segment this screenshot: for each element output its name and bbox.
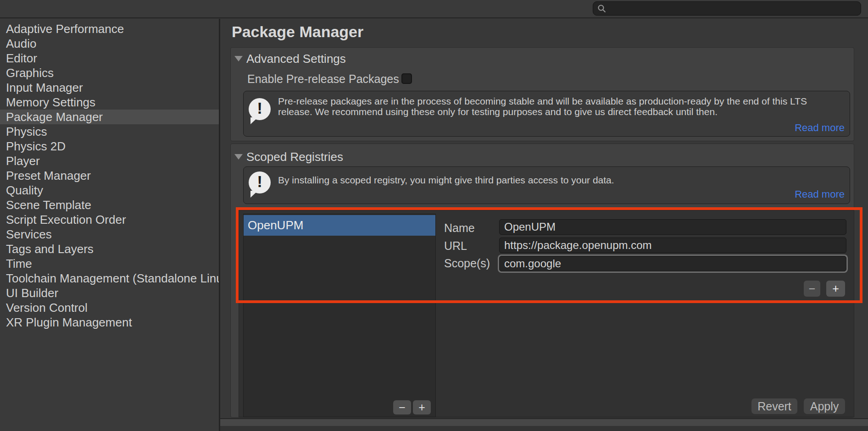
registry-remove-button[interactable]: − <box>393 400 411 414</box>
sidebar-item[interactable]: Audio <box>0 36 219 51</box>
scoped-info-line: By installing a scoped registry, you mig… <box>278 175 614 185</box>
advanced-settings-header[interactable]: Advanced Settings <box>246 52 346 66</box>
sidebar-item[interactable]: Script Execution Order <box>0 212 219 227</box>
scopes-field[interactable] <box>499 256 846 271</box>
info-bubble-icon: ! <box>249 98 271 120</box>
horizontal-scrollbar[interactable] <box>220 418 868 426</box>
sidebar-item[interactable]: Tags and Layers <box>0 242 219 256</box>
name-field[interactable] <box>499 219 846 235</box>
exclamation-glyph: ! <box>249 172 271 191</box>
exclamation-glyph: ! <box>249 99 271 117</box>
sidebar-item[interactable]: Input Manager <box>0 80 219 95</box>
sidebar-item[interactable]: Package Manager <box>0 110 219 124</box>
url-label: URL <box>444 239 467 252</box>
scoped-foldout-arrow-icon[interactable] <box>234 154 243 160</box>
top-toolbar <box>0 0 868 18</box>
info-bubble-icon: ! <box>249 171 271 193</box>
sidebar-list: Adaptive PerformanceAudioEditorGraphicsI… <box>0 22 219 330</box>
advanced-foldout-arrow-icon[interactable] <box>234 56 243 61</box>
scoped-registries-header[interactable]: Scoped Registries <box>246 150 343 164</box>
sidebar-item[interactable]: Editor <box>0 51 219 66</box>
name-label: Name <box>444 221 475 234</box>
registry-list[interactable]: OpenUPM <box>243 214 436 417</box>
registry-add-button[interactable]: + <box>413 400 431 414</box>
sidebar-item[interactable]: Scene Template <box>0 198 219 212</box>
project-settings-window: Adaptive PerformanceAudioEditorGraphicsI… <box>0 0 868 431</box>
sidebar-item[interactable]: Physics <box>0 124 219 139</box>
scope-remove-button[interactable]: − <box>804 281 820 297</box>
search-box[interactable] <box>593 1 861 16</box>
scopes-label: Scope(s) <box>444 257 490 270</box>
prerelease-info-line2: release. We recommend using these only f… <box>278 106 718 117</box>
panel-divider[interactable] <box>219 19 220 431</box>
sidebar-item[interactable]: XR Plugin Management <box>0 315 219 330</box>
sidebar-item[interactable]: Quality <box>0 183 219 198</box>
page-title: Package Manager <box>232 22 363 41</box>
scope-add-button[interactable]: + <box>826 281 845 297</box>
search-input[interactable] <box>610 2 861 15</box>
sidebar-item[interactable]: Services <box>0 227 219 242</box>
sidebar-item[interactable]: Time <box>0 256 219 271</box>
apply-button[interactable]: Apply <box>804 398 845 414</box>
revert-button[interactable]: Revert <box>751 398 797 414</box>
sidebar-item[interactable]: Memory Settings <box>0 95 219 110</box>
sidebar-item[interactable]: Graphics <box>0 66 219 80</box>
registry-row[interactable]: OpenUPM <box>244 215 435 236</box>
advanced-read-more-link[interactable]: Read more <box>780 122 845 134</box>
bottom-spacer <box>220 426 868 431</box>
scoped-read-more-link[interactable]: Read more <box>780 188 845 200</box>
sidebar-item[interactable]: Toolchain Management (Standalone Linu <box>0 271 219 286</box>
settings-sidebar: Adaptive PerformanceAudioEditorGraphicsI… <box>0 19 219 431</box>
url-field[interactable] <box>499 238 846 253</box>
sidebar-item[interactable]: Preset Manager <box>0 168 219 183</box>
sidebar-item[interactable]: Physics 2D <box>0 139 219 154</box>
sidebar-item[interactable]: Player <box>0 154 219 168</box>
sidebar-item[interactable]: UI Builder <box>0 286 219 300</box>
prerelease-checkbox[interactable] <box>401 73 412 84</box>
sidebar-item[interactable]: Adaptive Performance <box>0 22 219 36</box>
search-icon <box>597 4 607 14</box>
prerelease-info-line1: Pre-release packages are in the process … <box>278 96 807 106</box>
prerelease-label: Enable Pre-release Packages <box>247 72 399 85</box>
scoped-infobox <box>243 166 850 204</box>
sidebar-item[interactable]: Version Control <box>0 300 219 315</box>
